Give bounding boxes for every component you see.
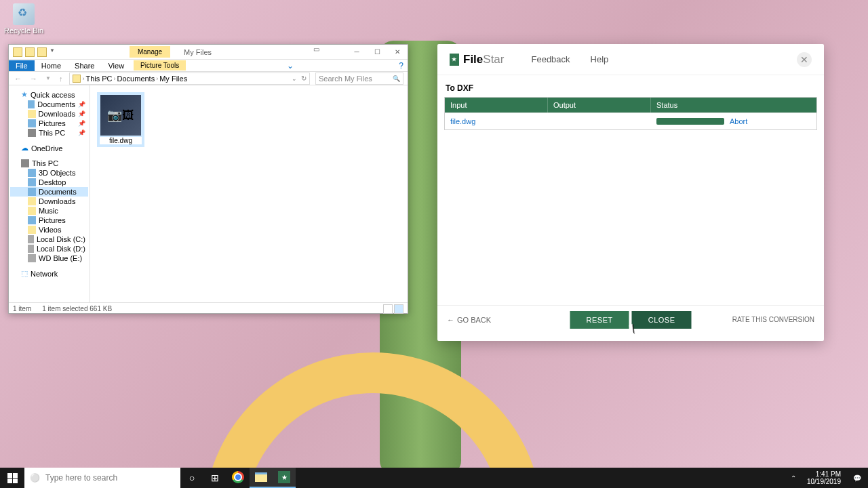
taskbar: ⚪ Type here to search ○ ⊞ ★ ⌃ 1:41 PM 10…	[0, 468, 868, 488]
tree-downloads[interactable]: Downloads📌	[10, 109, 88, 119]
explorer-icon	[255, 472, 267, 482]
filestar-logo: FileStar	[450, 53, 504, 66]
th-input: Input	[445, 98, 548, 113]
tree-videos[interactable]: Videos	[10, 225, 88, 235]
tray-overflow-icon[interactable]: ⌃	[788, 474, 799, 482]
filestar-icon: ★	[278, 471, 290, 483]
nav-forward-icon[interactable]: →	[28, 75, 39, 83]
search-input[interactable]: Search My Files	[315, 73, 403, 85]
nav-recent-icon[interactable]: ▼	[44, 75, 52, 81]
file-explorer-window: ▼ Manage My Files ▭ ─ ☐ ✕ File Home Shar…	[8, 44, 408, 314]
tree-music[interactable]: Music	[10, 206, 88, 216]
status-item-count: 1 item	[13, 305, 31, 312]
breadcrumb-my-files[interactable]: My Files	[159, 75, 187, 83]
time: 1:41 PM	[807, 470, 841, 478]
file-name: file.dwg	[100, 137, 142, 144]
refresh-icon[interactable]: ↻	[301, 75, 307, 82]
minimize-button[interactable]: ─	[347, 45, 367, 59]
pin-icon: 📌	[78, 110, 85, 117]
folder-icon	[73, 75, 81, 83]
tree-desktop[interactable]: Desktop	[10, 178, 88, 187]
view-thumbnails-button[interactable]	[394, 304, 403, 314]
nav-up-icon[interactable]: ↑	[58, 75, 64, 83]
filestar-logo-icon	[450, 54, 459, 66]
windows-logo-icon	[7, 473, 18, 483]
chrome-icon	[232, 471, 244, 483]
start-button[interactable]	[0, 468, 24, 488]
qat-icon[interactable]	[37, 47, 47, 57]
table-row: file.dwg Abort	[445, 113, 816, 129]
cortana-button[interactable]: ○	[180, 468, 203, 488]
arrow-left-icon: ←	[447, 316, 454, 324]
date: 10/19/2019	[807, 478, 841, 485]
abort-link[interactable]: Abort	[730, 117, 747, 125]
taskbar-app-chrome[interactable]	[226, 468, 250, 488]
tree-3d-objects[interactable]: 3D Objects	[10, 168, 88, 178]
recycle-bin[interactable]: Recycle Bin	[3, 3, 44, 35]
filestar-header: FileStar Feedback Help ✕	[437, 44, 824, 75]
conversion-title: To DXF	[446, 83, 817, 93]
maximize-button[interactable]: ☐	[367, 45, 387, 59]
action-center-button[interactable]: 💬	[849, 468, 865, 488]
cell-input-file[interactable]: file.dwg	[445, 113, 548, 129]
tree-pictures[interactable]: Pictures📌	[10, 119, 88, 128]
view-details-button[interactable]	[383, 304, 393, 314]
recycle-bin-icon	[13, 3, 35, 25]
ribbon-toggle-icon[interactable]: ⌄	[287, 61, 294, 70]
ribbon-tab-file[interactable]: File	[9, 60, 35, 71]
th-output: Output	[548, 98, 651, 113]
cell-output	[548, 113, 651, 129]
taskbar-app-filestar[interactable]: ★	[273, 468, 296, 488]
tree-documents[interactable]: Documents📌	[10, 100, 88, 109]
tree-downloads-pc[interactable]: Downloads	[10, 197, 88, 206]
tree-network[interactable]: ⬚Network	[10, 268, 88, 279]
address-dropdown-icon[interactable]: ⌄	[292, 75, 297, 82]
breadcrumb-documents[interactable]: Documents	[117, 75, 155, 83]
menu-feedback[interactable]: Feedback	[531, 54, 570, 64]
reset-button[interactable]: RESET	[570, 311, 629, 329]
tree-this-pc[interactable]: This PC📌	[10, 128, 88, 138]
task-view-button[interactable]: ⊞	[203, 468, 226, 488]
chevron-down-icon[interactable]: ▼	[50, 47, 55, 57]
tree-documents-pc[interactable]: Documents	[10, 187, 88, 197]
help-icon[interactable]: ?	[399, 61, 403, 70]
menu-help[interactable]: Help	[591, 54, 609, 64]
cell-status: Abort	[651, 113, 816, 129]
go-back-button[interactable]: ← GO BACK	[447, 316, 491, 324]
tree-pictures-pc[interactable]: Pictures	[10, 216, 88, 225]
status-bar: 1 item 1 item selected 661 KB	[9, 302, 408, 314]
content-spacer	[444, 130, 817, 300]
tree-onedrive[interactable]: ☁OneDrive	[10, 143, 88, 153]
progress-bar	[656, 118, 724, 125]
file-list[interactable]: file.dwg	[90, 85, 408, 302]
tree-quick-access[interactable]: ★Quick access	[10, 89, 88, 100]
nav-back-icon[interactable]: ←	[13, 75, 23, 83]
ribbon-display-icon[interactable]: ▭	[313, 45, 319, 59]
qat-icon[interactable]	[25, 47, 35, 57]
tree-drive-e[interactable]: WD Blue (E:)	[10, 253, 88, 263]
rate-conversion-link[interactable]: RATE THIS CONVERSION	[732, 316, 814, 323]
tree-drive-d[interactable]: Local Disk (D:)	[10, 244, 88, 253]
recycle-bin-label: Recycle Bin	[3, 26, 44, 35]
system-tray: ⌃ 1:41 PM 10/19/2019 💬	[788, 468, 868, 488]
folder-icon	[13, 47, 22, 57]
taskbar-app-explorer[interactable]	[250, 468, 273, 488]
ribbon-tab-home[interactable]: Home	[35, 60, 68, 71]
ribbon-tab-picture-tools[interactable]: Picture Tools	[134, 60, 186, 70]
explorer-titlebar[interactable]: ▼ Manage My Files ▭ ─ ☐ ✕	[9, 45, 408, 60]
nav-tree: ★Quick access Documents📌 Downloads📌 Pict…	[9, 85, 90, 302]
close-button[interactable]: ✕	[387, 45, 408, 59]
ribbon-tab-view[interactable]: View	[101, 60, 131, 71]
tree-drive-c[interactable]: Local Disk (C:)	[10, 235, 88, 244]
th-status: Status	[651, 98, 816, 113]
filestar-close-button[interactable]: ✕	[797, 52, 812, 67]
close-button[interactable]: CLOSE	[632, 311, 692, 329]
search-icon: ⚪	[30, 473, 40, 483]
tree-this-pc-root[interactable]: This PC	[10, 159, 88, 168]
breadcrumb[interactable]: › This PC › Documents › My Files ⌄ ↻	[69, 73, 310, 85]
taskbar-search[interactable]: ⚪ Type here to search	[24, 468, 180, 488]
clock[interactable]: 1:41 PM 10/19/2019	[803, 468, 845, 487]
file-item[interactable]: file.dwg	[97, 92, 144, 147]
ribbon-tab-share[interactable]: Share	[68, 60, 101, 71]
breadcrumb-this-pc[interactable]: This PC	[85, 75, 112, 83]
